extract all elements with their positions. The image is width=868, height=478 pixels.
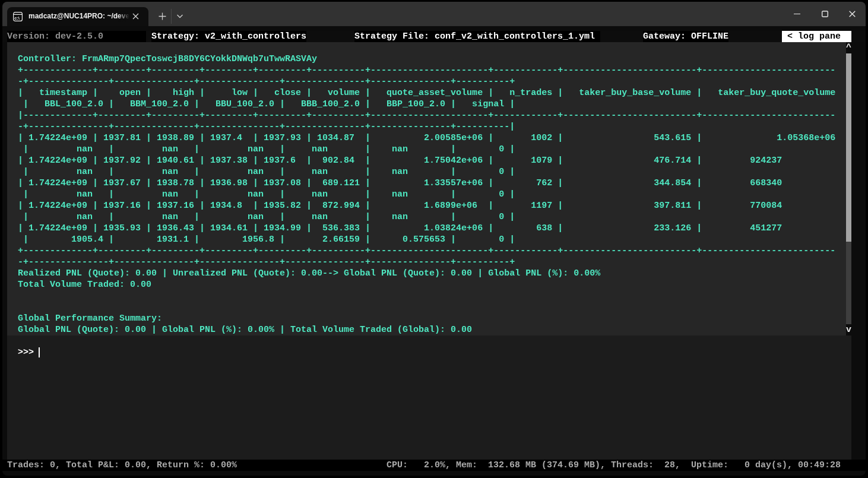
- svg-text:c:\: c:\: [14, 15, 20, 21]
